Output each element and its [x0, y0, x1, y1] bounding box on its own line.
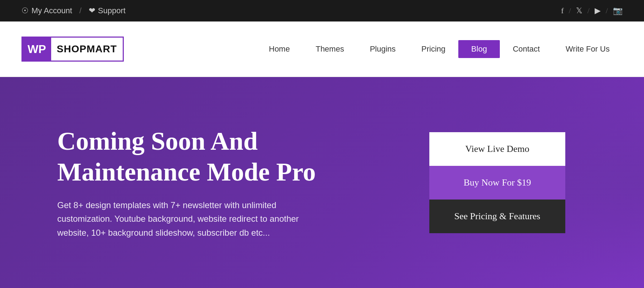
social-sep3: /: [606, 6, 608, 15]
logo-wp: WP: [23, 38, 51, 61]
nav-write-for-us[interactable]: Write For Us: [553, 40, 623, 58]
topbar-left: ☉ My Account / ❤ Support: [21, 6, 126, 15]
topbar-right: f / 𝕏 / ▶ / 📷: [561, 6, 623, 15]
social-sep1: /: [569, 6, 571, 15]
nav-blog[interactable]: Blog: [458, 40, 500, 58]
nav-contact[interactable]: Contact: [500, 40, 553, 58]
hero-description: Get 8+ design templates with 7+ newslett…: [57, 198, 329, 240]
buy-now-button[interactable]: Buy Now For $19: [429, 166, 565, 200]
hero-actions: View Live Demo Buy Now For $19 See Prici…: [429, 132, 565, 233]
view-live-demo-button[interactable]: View Live Demo: [429, 132, 565, 166]
twitter-icon[interactable]: 𝕏: [576, 6, 582, 15]
youtube-icon[interactable]: ▶: [595, 6, 601, 15]
nav-pricing[interactable]: Pricing: [409, 40, 458, 58]
see-pricing-button[interactable]: See Pricing & Features: [429, 200, 565, 233]
hero-content: Coming Soon And Maintenance Mode Pro Get…: [57, 126, 379, 240]
support-link[interactable]: ❤ Support: [89, 6, 126, 15]
hero-section: Coming Soon And Maintenance Mode Pro Get…: [0, 77, 644, 288]
my-account-link[interactable]: ☉ My Account: [21, 6, 72, 15]
nav-themes[interactable]: Themes: [303, 40, 357, 58]
account-icon: ☉: [21, 6, 29, 15]
facebook-icon[interactable]: f: [561, 6, 564, 15]
logo-wrap[interactable]: WP SHOPMART: [21, 37, 124, 62]
nav-plugins[interactable]: Plugins: [357, 40, 409, 58]
my-account-label: My Account: [31, 6, 72, 15]
logo[interactable]: WP SHOPMART: [21, 37, 124, 62]
topbar-sep1: /: [79, 6, 82, 15]
instagram-icon[interactable]: 📷: [613, 6, 623, 15]
support-icon: ❤: [89, 6, 95, 15]
header: WP SHOPMART Home Themes Plugins Pricing …: [0, 21, 644, 77]
social-sep2: /: [587, 6, 590, 15]
topbar: ☉ My Account / ❤ Support f / 𝕏 / ▶ / 📷: [0, 0, 644, 21]
hero-title: Coming Soon And Maintenance Mode Pro: [57, 126, 379, 188]
nav-home[interactable]: Home: [256, 40, 303, 58]
logo-shopmart: SHOPMART: [51, 38, 123, 61]
support-label: Support: [98, 6, 126, 15]
main-nav: Home Themes Plugins Pricing Blog Contact…: [256, 40, 623, 58]
